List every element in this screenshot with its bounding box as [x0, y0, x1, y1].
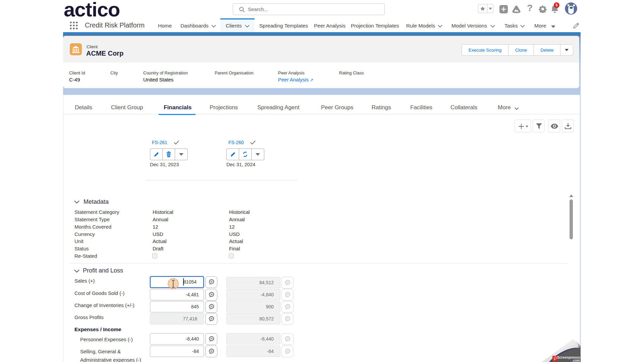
svg-text:.com: .com [572, 359, 580, 362]
